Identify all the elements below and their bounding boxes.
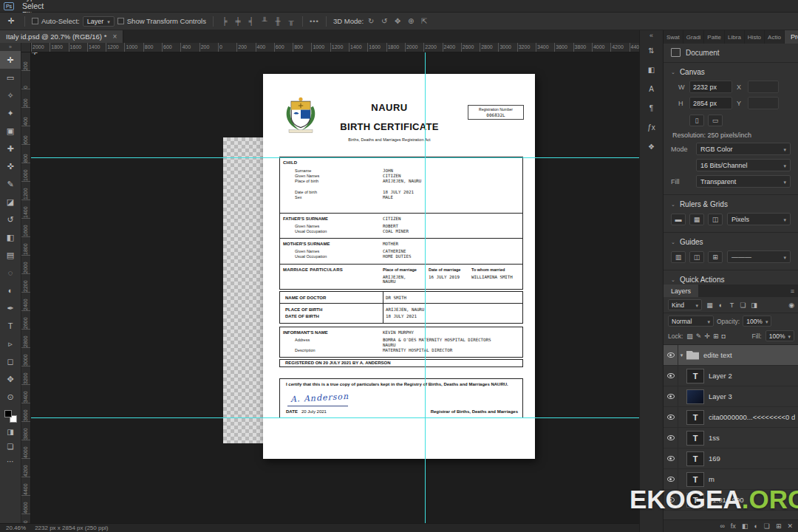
tool-button[interactable]: ✥: [0, 370, 21, 388]
mode-3d-icon[interactable]: ⊕: [406, 17, 415, 25]
layer-filter-icon[interactable]: T: [727, 301, 737, 309]
tool-button[interactable]: ▣: [0, 122, 21, 140]
layer-filter-icon[interactable]: ◨: [749, 301, 759, 309]
ruler-units-dropdown[interactable]: Pixels: [727, 213, 791, 225]
tool-button[interactable]: ◻: [0, 352, 21, 370]
tool-button[interactable]: ◧: [0, 228, 21, 246]
lock-option-icon[interactable]: ✎: [696, 332, 702, 340]
certificate-document[interactable]: NAURU BIRTH CERTIFICATE Births, Deaths a…: [263, 74, 535, 459]
auto-select-option[interactable]: Auto-Select:: [32, 17, 80, 25]
toolbar-extra-button[interactable]: ❏: [0, 439, 21, 454]
panel-tab[interactable]: Properties: [785, 30, 798, 44]
align-icon[interactable]: ╪: [233, 17, 242, 25]
layer-name[interactable]: m: [709, 475, 715, 483]
panel-tab[interactable]: Patte: [704, 30, 725, 44]
tool-button[interactable]: ▤: [0, 246, 21, 264]
align-icon[interactable]: ╥: [287, 17, 296, 25]
color-mode-dropdown[interactable]: RGB Color: [696, 143, 791, 155]
tool-button[interactable]: ✚: [0, 140, 21, 157]
mode-3d-icon[interactable]: ⇱: [420, 17, 429, 25]
layer-visibility-toggle[interactable]: [664, 386, 678, 406]
filter-toggle-icon[interactable]: ◉: [788, 301, 794, 309]
lock-option-icon[interactable]: ⊞: [713, 332, 719, 340]
layers-footer-icon[interactable]: ✕: [787, 522, 793, 530]
panel-icon[interactable]: ❖: [640, 137, 663, 156]
panel-icon[interactable]: ⇅: [640, 41, 663, 60]
align-icon[interactable]: ╫: [273, 17, 282, 25]
tool-button[interactable]: ◐: [0, 282, 21, 299]
width-field[interactable]: 2232 px: [689, 81, 732, 93]
layer-filter-icon[interactable]: ◐: [716, 301, 726, 309]
ruler-grid-button[interactable]: ▬: [671, 214, 686, 225]
orientation-button[interactable]: ▭: [708, 115, 723, 126]
show-transform-checkbox[interactable]: [117, 18, 124, 24]
layers-footer-icon[interactable]: ◐: [754, 522, 757, 530]
panel-tab[interactable]: Swat: [664, 30, 683, 44]
canvas-fill-dropdown[interactable]: Transparent: [696, 175, 791, 188]
toolbar-expand-icon[interactable]: »: [0, 43, 21, 51]
quick-actions-header[interactable]: ⌄ Quick Actions: [671, 276, 791, 284]
mode-3d-icon[interactable]: ↻: [366, 17, 375, 25]
tool-button[interactable]: ▹: [0, 335, 21, 352]
layer-filter-kind-dropdown[interactable]: Kind: [668, 299, 702, 310]
layers-footer-icon[interactable]: fx: [731, 522, 736, 530]
guide-option-button[interactable]: ⊞: [708, 251, 723, 263]
layer-visibility-toggle[interactable]: [664, 366, 678, 386]
close-icon[interactable]: ×: [112, 33, 117, 41]
tool-button[interactable]: ⊙: [0, 388, 21, 406]
guide-style-dropdown[interactable]: ———: [727, 250, 791, 263]
tool-button[interactable]: ✛: [0, 51, 21, 69]
canvas-area[interactable]: NAURU BIRTH CERTIFICATE Births, Deaths a…: [21, 43, 639, 523]
layer-filter-icon[interactable]: ▦: [705, 301, 715, 309]
panel-tab[interactable]: Actio: [765, 30, 785, 44]
foreground-color-swatch[interactable]: [4, 410, 12, 417]
layer-visibility-toggle[interactable]: [664, 407, 678, 427]
panel-icon[interactable]: A: [640, 79, 663, 98]
layer-name[interactable]: Layer 2: [709, 372, 732, 380]
fill-field[interactable]: 100%: [765, 330, 794, 341]
layer-row[interactable]: 169: [664, 449, 798, 469]
tool-button[interactable]: ✎: [0, 175, 21, 193]
tool-button[interactable]: T: [0, 317, 21, 335]
layer-filter-icon[interactable]: ❏: [738, 301, 748, 309]
panel-icon[interactable]: ƒx: [640, 117, 663, 137]
group-twirl-icon[interactable]: [678, 352, 685, 358]
mode-3d-icon[interactable]: ✥: [393, 17, 402, 25]
layer-name[interactable]: 169: [709, 454, 720, 463]
tool-button[interactable]: ✦: [0, 104, 21, 122]
ruler-grid-button[interactable]: ◫: [708, 214, 723, 225]
layer-name[interactable]: cita0000000...<<<<<<<<0 d: [709, 413, 795, 421]
layer-row[interactable]: edite text: [664, 345, 798, 366]
rulers-grids-header[interactable]: ⌄ Rulers & Grids: [671, 200, 791, 208]
bit-depth-dropdown[interactable]: 16 Bits/Channel: [696, 159, 791, 171]
y-field[interactable]: [748, 97, 779, 109]
layers-footer-icon[interactable]: ⊞: [776, 522, 782, 530]
align-icon[interactable]: ╨: [260, 17, 269, 25]
blend-mode-dropdown[interactable]: Normal: [668, 316, 714, 327]
toolbar-extra-button[interactable]: ◨: [0, 424, 21, 439]
vertical-guide[interactable]: [425, 43, 426, 523]
collapse-panels-icon[interactable]: «: [649, 30, 653, 41]
ruler-grid-button[interactable]: ▦: [689, 214, 704, 225]
align-icon[interactable]: ╡: [247, 17, 256, 25]
zoom-level-field[interactable]: 20.46%: [6, 525, 26, 531]
layers-footer-icon[interactable]: ◧: [742, 522, 748, 530]
layers-footer-icon[interactable]: ∞: [720, 522, 724, 530]
document-tab[interactable]: Italy id.psd @ 20.7% (RGB/16) * ×: [0, 30, 123, 43]
tool-button[interactable]: ✒: [0, 299, 21, 317]
color-swatches[interactable]: [4, 410, 17, 423]
panel-tab[interactable]: Gradi: [683, 30, 705, 44]
layers-tab[interactable]: Layers: [664, 284, 698, 297]
auto-select-checkbox[interactable]: [32, 18, 38, 24]
toolbar-extra-button[interactable]: ⋯: [0, 454, 21, 468]
ruler-origin-corner[interactable]: [21, 43, 31, 52]
canvas-section-header[interactable]: ⌄ Canvas: [671, 68, 791, 76]
horizontal-guide[interactable]: [21, 417, 639, 418]
more-options-icon[interactable]: •••: [310, 17, 319, 25]
guide-option-button[interactable]: ▥: [671, 251, 686, 263]
tool-button[interactable]: ◌: [0, 264, 21, 282]
layer-name[interactable]: Layer 3: [709, 392, 732, 400]
layer-row[interactable]: Layer 3: [664, 386, 798, 407]
horizontal-guide[interactable]: [21, 157, 639, 158]
orientation-button[interactable]: ▯: [689, 115, 704, 126]
